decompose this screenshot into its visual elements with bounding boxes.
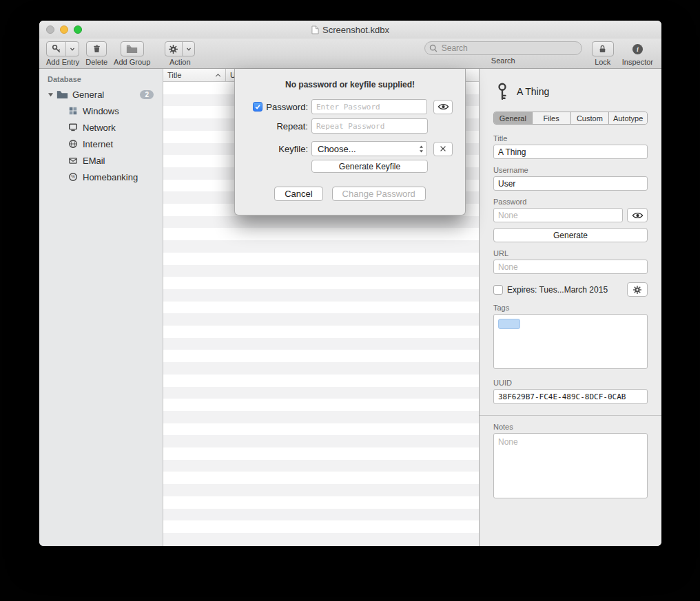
password-field[interactable]: [493, 208, 623, 222]
password-checkbox[interactable]: [253, 102, 262, 112]
notes-field[interactable]: [493, 433, 648, 498]
inspector-button[interactable]: i: [627, 41, 648, 56]
eye-icon: [438, 103, 449, 111]
windows-icon: [67, 106, 79, 116]
sidebar-section-header: Database: [39, 69, 163, 86]
uuid-field[interactable]: [493, 389, 648, 404]
dialog-reveal-password-button[interactable]: [433, 100, 453, 114]
svg-text:%: %: [71, 174, 75, 179]
reveal-password-button[interactable]: [627, 208, 648, 222]
password-field-row: [493, 208, 648, 222]
dialog-repeat-label: Repeat:: [276, 121, 308, 131]
folder-icon: [56, 89, 68, 99]
search-input[interactable]: [424, 41, 582, 55]
tab-autotype[interactable]: Autotype: [608, 112, 647, 124]
tags-box[interactable]: [493, 314, 648, 369]
toolbar-item-inspector: i Inspector: [622, 41, 653, 66]
sidebar-group-general[interactable]: General 2: [39, 86, 163, 103]
keyfile-dropdown-value: Choose...: [318, 144, 356, 154]
sidebar-item-label: Homebanking: [83, 172, 138, 182]
gear-icon: [165, 42, 182, 56]
document-icon: [311, 25, 319, 34]
sidebar-item-label: Internet: [83, 139, 113, 149]
expires-checkbox[interactable]: [493, 285, 503, 295]
sidebar-item-homebanking[interactable]: % Homebanking: [39, 169, 163, 185]
dialog-keyfile-label: Keyfile:: [278, 144, 308, 154]
app-window: Screenshot.kdbx Add Entry: [39, 21, 661, 546]
sidebar-group-label: General: [72, 89, 104, 100]
search-field: [424, 41, 582, 55]
key-icon: [48, 42, 65, 56]
generate-keyfile-button[interactable]: Generate Keyfile: [311, 160, 428, 173]
dialog-password-label: Password:: [266, 102, 308, 112]
sidebar-item-label: Windows: [83, 106, 119, 116]
change-password-button[interactable]: Change Password: [332, 187, 426, 201]
dialog-buttons: Cancel Change Password: [235, 187, 465, 201]
sidebar-item-label: EMail: [83, 156, 105, 166]
add-group-label: Add Group: [114, 58, 150, 66]
action-label: Action: [169, 58, 191, 66]
homebanking-coin-icon: %: [67, 172, 79, 182]
email-icon: [67, 156, 79, 165]
tags-label: Tags: [493, 304, 648, 312]
tab-files[interactable]: Files: [532, 112, 570, 124]
tag-token[interactable]: [498, 319, 520, 329]
sidebar-group-badge: 2: [140, 90, 154, 99]
action-button[interactable]: [165, 41, 195, 56]
action-dropdown-arrow-icon[interactable]: [182, 42, 195, 56]
keyfile-dropdown[interactable]: Choose...: [311, 141, 427, 156]
toolbar-item-add-group: Add Group: [114, 41, 150, 66]
trash-icon: [92, 43, 102, 54]
entry-key-icon: [496, 82, 508, 101]
enter-password-input[interactable]: [311, 99, 427, 114]
username-field[interactable]: [493, 176, 648, 191]
lock-icon: [597, 43, 608, 54]
expires-row: Expires: Tues...March 2015: [493, 282, 648, 297]
toolbar-item-search: Search: [424, 41, 582, 65]
add-entry-button[interactable]: [46, 41, 79, 56]
close-x-icon: [439, 145, 447, 153]
sidebar-item-network[interactable]: Network: [39, 119, 163, 136]
desktop-background: Screenshot.kdbx Add Entry: [0, 0, 700, 601]
title-field[interactable]: [493, 145, 648, 159]
entry-title: A Thing: [517, 86, 549, 97]
table-header-title-label: Title: [167, 71, 181, 79]
table-header-title[interactable]: Title: [163, 69, 226, 81]
disclosure-triangle-icon[interactable]: [46, 92, 54, 97]
expires-settings-button[interactable]: [627, 282, 648, 297]
dialog-password-row: Password:: [247, 99, 453, 114]
notes-label: Notes: [493, 423, 648, 431]
titlebar[interactable]: Screenshot.kdbx: [39, 21, 661, 39]
tab-custom[interactable]: Custom: [570, 112, 609, 124]
minimize-button[interactable]: [60, 25, 68, 34]
lock-button[interactable]: [592, 41, 614, 56]
sidebar-item-internet[interactable]: Internet: [39, 136, 163, 152]
network-icon: [67, 123, 79, 132]
close-button[interactable]: [46, 25, 54, 34]
toolbar-item-add-entry: Add Entry: [46, 41, 79, 66]
inspector-label: Inspector: [622, 58, 653, 66]
add-group-button[interactable]: [121, 41, 144, 56]
sort-ascending-icon: [215, 74, 221, 77]
add-entry-dropdown-arrow-icon[interactable]: [65, 42, 79, 56]
uuid-label: UUID: [493, 379, 648, 387]
inspector-panel: A Thing General Files Custom Autotype Ti…: [479, 69, 661, 546]
url-field[interactable]: [493, 260, 648, 274]
cancel-button[interactable]: Cancel: [274, 187, 322, 201]
change-password-dialog: No password or keyfile supplied! Passwor…: [234, 69, 466, 215]
username-field-label: Username: [493, 166, 648, 174]
toolbar-item-action: Action: [165, 41, 195, 66]
eye-icon: [632, 211, 644, 220]
tab-general[interactable]: General: [494, 112, 532, 124]
sidebar: Database General 2 Windows: [39, 69, 163, 546]
sidebar-item-email[interactable]: EMail: [39, 152, 163, 169]
repeat-password-input[interactable]: [311, 118, 428, 134]
clear-keyfile-button[interactable]: [433, 142, 453, 156]
window-title-text: Screenshot.kdbx: [322, 25, 389, 35]
generate-password-button[interactable]: Generate: [493, 228, 648, 242]
dialog-message: No password or keyfile supplied!: [235, 80, 465, 89]
search-icon: [429, 43, 438, 53]
zoom-button[interactable]: [74, 25, 82, 34]
sidebar-item-windows[interactable]: Windows: [39, 103, 163, 119]
delete-button[interactable]: [86, 41, 107, 56]
